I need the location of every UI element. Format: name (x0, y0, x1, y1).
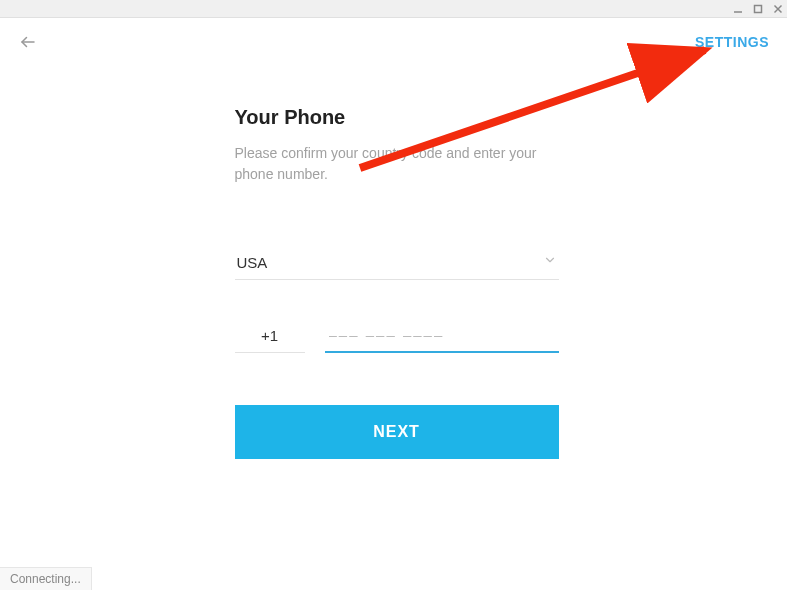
country-select[interactable]: USA (235, 245, 559, 280)
country-label: USA (237, 254, 268, 271)
topbar: SETTINGS (0, 18, 787, 66)
maximize-icon[interactable] (751, 2, 765, 16)
close-icon[interactable] (771, 2, 785, 16)
page-title: Your Phone (235, 106, 559, 129)
login-form: Your Phone Please confirm your country c… (229, 106, 559, 459)
back-button[interactable] (18, 32, 38, 52)
phone-number-input[interactable] (325, 318, 559, 353)
window-titlebar (0, 0, 787, 18)
phone-row (235, 318, 559, 353)
status-bar: Connecting... (0, 567, 92, 590)
page-subtitle: Please confirm your country code and ent… (235, 143, 559, 185)
chevron-down-icon (543, 253, 557, 271)
svg-rect-1 (755, 5, 762, 12)
minimize-icon[interactable] (731, 2, 745, 16)
settings-link[interactable]: SETTINGS (695, 34, 769, 50)
country-code-input[interactable] (235, 319, 305, 353)
next-button[interactable]: NEXT (235, 405, 559, 459)
